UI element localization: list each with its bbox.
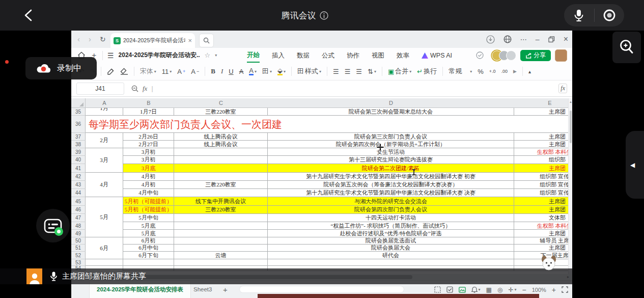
- vertical-scrollbar[interactable]: ▲: [568, 98, 572, 276]
- sheet-cell[interactable]: 线上腾讯会议: [174, 141, 268, 148]
- sheet-cell[interactable]: [174, 245, 268, 252]
- sheet-cell[interactable]: 三教220教室: [174, 108, 268, 116]
- row-header[interactable]: 46: [71, 206, 86, 214]
- sheet-cell[interactable]: 4月中旬: [123, 189, 174, 197]
- font-size-select[interactable]: 11 ▾: [162, 68, 172, 75]
- italic-icon[interactable]: I: [221, 67, 223, 75]
- sheet-cell[interactable]: 院研会第四次例会（新学期动员+工作计划）: [268, 141, 514, 148]
- fill-color-icon[interactable]: ⬙▾: [277, 67, 286, 75]
- sheet-cell[interactable]: [123, 259, 174, 266]
- user-avatar[interactable]: [555, 49, 567, 62]
- reading-mode-icon[interactable]: ◎: [497, 286, 502, 293]
- download-icon[interactable]: [486, 35, 495, 44]
- sheet-cell[interactable]: 5月底: [123, 222, 174, 230]
- sheet-cell[interactable]: 三教220教室: [174, 206, 268, 214]
- increase-decimal-icon[interactable]: +.0: [489, 69, 496, 74]
- tab-search-button[interactable]: [199, 34, 214, 47]
- sheet-cell[interactable]: 主席团: [514, 108, 572, 116]
- sheet-cell[interactable]: 6月初: [123, 237, 174, 245]
- tab-collab[interactable]: 协作: [347, 49, 359, 62]
- strikethrough-icon[interactable]: A: [239, 68, 244, 75]
- tab-efficiency[interactable]: 效率: [397, 49, 409, 62]
- sheet-cell[interactable]: 主席团: [514, 197, 572, 206]
- zoom-out-icon[interactable]: −: [522, 286, 526, 294]
- sheet-cell[interactable]: 文体部: [514, 214, 572, 222]
- browser-menu-icon[interactable]: ⋯: [520, 36, 527, 43]
- sheet-cell[interactable]: 2月26日: [123, 133, 174, 141]
- format-painter-icon[interactable]: [107, 68, 115, 75]
- sheet-cell[interactable]: 院研会第五次例会（筹备廉洁文化校园翻译大赛决赛）: [268, 181, 514, 189]
- sheet-cell[interactable]: [174, 148, 268, 156]
- tab-formula[interactable]: 公式: [322, 49, 334, 62]
- row-header[interactable]: 51: [71, 245, 86, 252]
- sheet-cell[interactable]: [174, 230, 268, 237]
- percent-style-icon[interactable]: %: [478, 68, 484, 75]
- row-header[interactable]: 52: [71, 252, 86, 259]
- month-cell[interactable]: 6月: [86, 237, 123, 259]
- selection-mode-icon[interactable]: [434, 286, 441, 293]
- minimize-icon[interactable]: –: [536, 35, 540, 43]
- column-header[interactable]: B: [123, 98, 174, 108]
- tab-home[interactable]: 开始: [247, 48, 260, 63]
- sheet-cell[interactable]: 第十九届研究生学术文化节暨第四届中华廉洁文化校园翻译大赛 初赛: [268, 173, 514, 181]
- month-cell[interactable]: 1月: [86, 108, 123, 116]
- zoom-view-button[interactable]: [612, 32, 641, 63]
- video-panel-handle[interactable]: ◀: [626, 131, 644, 199]
- sheet-cell[interactable]: 院研会第二次团建/素拓: [268, 164, 514, 173]
- column-header[interactable]: D: [268, 98, 514, 108]
- increase-font-icon[interactable]: A+: [177, 68, 185, 75]
- sheet-cell[interactable]: 2月27日: [123, 141, 174, 148]
- sheet-cell[interactable]: [174, 222, 268, 230]
- vertical-scroll-thumb[interactable]: [570, 111, 572, 143]
- tab-view[interactable]: 视图: [372, 49, 384, 62]
- sheet-cell[interactable]: 4月初: [123, 173, 174, 181]
- tab-data[interactable]: 数据: [297, 49, 310, 62]
- collaborator-avatars[interactable]: [492, 50, 516, 61]
- wrap-text-button[interactable]: ↵ 换行: [417, 67, 437, 76]
- row-header[interactable]: 47: [71, 214, 86, 222]
- select-all-corner[interactable]: [71, 98, 86, 108]
- sheet-cell[interactable]: 6月下旬: [123, 252, 174, 259]
- bold-icon[interactable]: B: [211, 67, 215, 75]
- eraser-icon[interactable]: [120, 68, 128, 75]
- sheet-cell[interactable]: 院研会第三次部门负责人会议: [268, 133, 514, 141]
- doc-title-caret-icon[interactable]: ▾: [215, 53, 217, 58]
- cloud-sync-icon[interactable]: [475, 51, 485, 59]
- captions-toggle-button[interactable]: [36, 209, 70, 242]
- image-icon[interactable]: [459, 287, 466, 293]
- task-check-icon[interactable]: [446, 286, 453, 293]
- merge-cells-button[interactable]: ▣ 合并 ▾: [388, 67, 411, 76]
- align-center-icon[interactable]: ☰: [345, 68, 351, 75]
- sheet-cell[interactable]: [174, 173, 268, 181]
- row-header[interactable]: 45: [71, 197, 86, 206]
- month-cell[interactable]: 5月: [86, 197, 123, 237]
- record-button[interactable]: [595, 4, 625, 26]
- toolbar-more-icon[interactable]: ▶: [513, 69, 517, 74]
- sheet-cell[interactable]: 十四天运动打卡活动: [268, 214, 514, 222]
- sheet-cell[interactable]: 第十九届研究生学术文化节暨第四届中华廉洁文化校园翻译大赛 决赛: [268, 189, 514, 197]
- sheet-cell[interactable]: 线下集中开腾讯会议: [174, 197, 268, 206]
- sheet-cell[interactable]: [174, 214, 268, 222]
- month-cell[interactable]: 4月: [86, 173, 123, 197]
- align-left-icon[interactable]: ☰: [333, 68, 339, 75]
- recording-badge[interactable]: 录制中: [25, 57, 97, 79]
- row-header[interactable]: 38: [71, 141, 86, 148]
- row-header[interactable]: 35: [71, 108, 86, 116]
- sheet-cell[interactable]: [174, 259, 268, 266]
- notify-control[interactable]: ▾: [471, 286, 481, 293]
- star-icon[interactable]: ☆: [205, 51, 211, 59]
- tab-insert[interactable]: 插入: [272, 49, 285, 62]
- sheet-cell[interactable]: 院研会换届大会: [268, 245, 514, 252]
- file-menu-icon[interactable]: ☰: [107, 51, 114, 60]
- sheet-cell[interactable]: 与湘大外院的研究生会交流会: [268, 197, 514, 206]
- sheet-cell[interactable]: [174, 164, 268, 173]
- column-header[interactable]: C: [174, 98, 268, 108]
- sheet-cell[interactable]: 女生节活动: [268, 148, 514, 156]
- sheet-cell[interactable]: 院研会第三次例会暨期末总结大会: [268, 108, 514, 116]
- page-move-control[interactable]: ✛ ▾: [508, 286, 516, 293]
- decrease-font-icon[interactable]: A−: [191, 68, 199, 75]
- align-right-icon[interactable]: ☰: [356, 68, 362, 75]
- sheet-cell[interactable]: 第十三届研究生辩论赛院内选拔赛: [268, 156, 514, 164]
- sheet-cell[interactable]: [174, 189, 268, 197]
- sheet-cell[interactable]: 研代会: [268, 252, 514, 259]
